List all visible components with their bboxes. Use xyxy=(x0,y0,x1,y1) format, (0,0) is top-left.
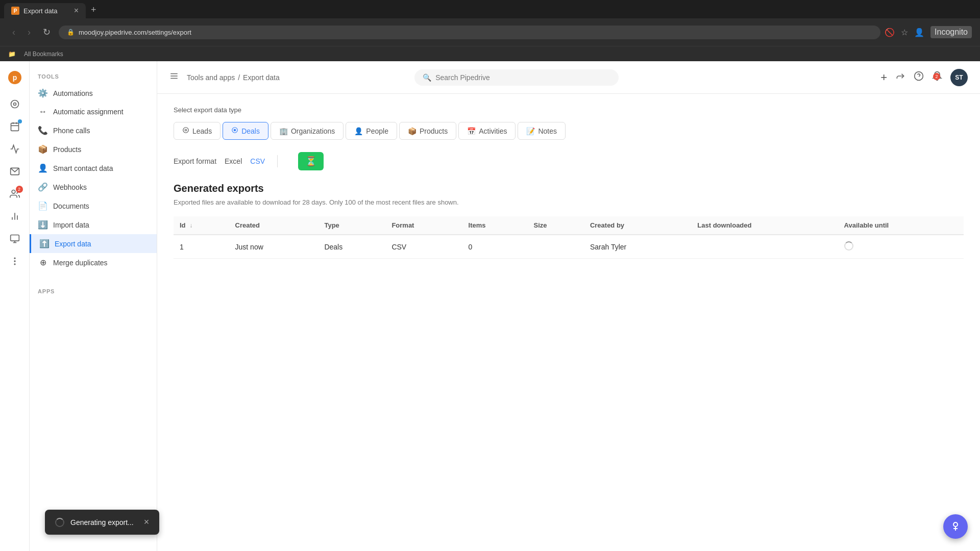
col-header-id[interactable]: Id ↓ xyxy=(174,216,229,235)
breadcrumb-root[interactable]: Tools and apps xyxy=(187,73,235,82)
eye-off-icon[interactable]: 🚫 xyxy=(885,28,895,37)
activities-tab-icon: 📅 xyxy=(467,127,476,135)
bookmarks-folder-icon: 📁 xyxy=(8,51,16,58)
svg-point-28 xyxy=(953,522,958,527)
nav-contacts-icon[interactable]: 2 xyxy=(5,184,25,204)
sidebar-item-smart-contact-label: Smart contact data xyxy=(53,164,113,172)
active-tab[interactable]: P Export data × xyxy=(4,3,86,18)
notes-tab-label: Notes xyxy=(538,127,557,135)
export-tab-leads[interactable]: Leads xyxy=(174,122,220,140)
export-tab-notes[interactable]: 📝 Notes xyxy=(518,122,566,140)
nav-products-icon[interactable] xyxy=(5,229,25,249)
back-button[interactable]: ‹ xyxy=(8,25,19,40)
sidebar-item-products[interactable]: 📦 Products xyxy=(30,140,157,159)
automatic-assignment-icon: ↔️ xyxy=(38,107,48,116)
sidebar-item-merge-duplicates[interactable]: ⊕ Merge duplicates xyxy=(30,253,157,272)
sidebar-item-export-data[interactable]: ⬆️ Export data xyxy=(30,234,157,253)
sidebar-item-webhooks[interactable]: 🔗 Webhooks xyxy=(30,178,157,196)
pipedrive-logo[interactable]: p xyxy=(5,67,25,88)
people-tab-icon: 👤 xyxy=(354,127,363,135)
cell-available-until xyxy=(838,235,964,259)
export-tab-organizations[interactable]: 🏢 Organizations xyxy=(271,122,344,140)
svg-point-25 xyxy=(185,129,187,131)
tab-favicon: P xyxy=(11,7,19,15)
export-tab-people[interactable]: 👤 People xyxy=(346,122,397,140)
sidebar-item-smart-contact[interactable]: 👤 Smart contact data xyxy=(30,159,157,178)
svg-point-16 xyxy=(14,258,15,259)
share-icon[interactable] xyxy=(895,71,905,84)
table-body: 1 Just now Deals CSV 0 Sarah Tyler xyxy=(174,235,964,259)
star-icon[interactable]: ☆ xyxy=(901,28,908,37)
nav-reports-icon[interactable] xyxy=(5,206,25,227)
smart-contact-icon: 👤 xyxy=(38,163,48,173)
svg-point-24 xyxy=(183,128,189,133)
nav-mail-icon[interactable] xyxy=(5,161,25,182)
phone-icon: 📞 xyxy=(38,126,48,135)
table-header: Id ↓ Created Type Format Items Size Crea… xyxy=(174,216,964,235)
generated-exports-heading: Generated exports xyxy=(174,183,964,194)
exports-table: Id ↓ Created Type Format Items Size Crea… xyxy=(174,216,964,259)
col-header-created: Created xyxy=(229,216,318,235)
nav-leads-icon[interactable] xyxy=(5,139,25,159)
format-label: Export format xyxy=(174,157,216,165)
col-header-created-by: Created by xyxy=(584,216,691,235)
sidebar-item-phone-calls[interactable]: 📞 Phone calls xyxy=(30,121,157,140)
export-tab-activities[interactable]: 📅 Activities xyxy=(458,122,516,140)
support-fab-button[interactable] xyxy=(943,514,968,539)
organizations-tab-icon: 🏢 xyxy=(279,127,288,135)
export-tab-deals[interactable]: Deals xyxy=(223,122,268,140)
nav-more-icon[interactable] xyxy=(5,251,25,271)
notification-bell-icon[interactable]: 2 xyxy=(932,71,942,84)
generating-export-toast: Generating export... × xyxy=(45,510,159,535)
export-icon: ⬆️ xyxy=(39,239,50,248)
automations-icon: ⚙️ xyxy=(38,88,48,98)
contacts-badge: 2 xyxy=(16,186,23,193)
sidebar-item-export-data-label: Export data xyxy=(55,240,91,248)
new-tab-button[interactable]: + xyxy=(86,2,102,18)
user-avatar[interactable]: ST xyxy=(950,69,968,86)
help-icon[interactable] xyxy=(914,71,924,84)
col-header-format: Format xyxy=(385,216,462,235)
sidebar-item-automatic-assignment-label: Automatic assignment xyxy=(53,108,124,116)
bookmarks-bar: 📁 All Bookmarks xyxy=(0,46,980,61)
sidebar-item-automatic-assignment[interactable]: ↔️ Automatic assignment xyxy=(30,103,157,121)
cell-size xyxy=(528,235,584,259)
sidebar-item-import-data[interactable]: ⬇️ Import data xyxy=(30,215,157,234)
nav-deals-icon[interactable] xyxy=(5,94,25,114)
loading-spinner xyxy=(844,241,853,251)
search-bar[interactable]: 🔍 xyxy=(414,69,619,86)
bookmarks-label[interactable]: All Bookmarks xyxy=(24,51,63,58)
products-icon: 📦 xyxy=(38,144,48,154)
search-input[interactable] xyxy=(435,73,610,82)
leads-tab-label: Leads xyxy=(192,127,212,135)
tab-title: Export data xyxy=(23,7,58,15)
organizations-tab-label: Organizations xyxy=(291,127,335,135)
menu-toggle-button[interactable] xyxy=(169,71,179,83)
export-button[interactable]: ⏳ xyxy=(298,152,324,170)
col-header-items: Items xyxy=(462,216,528,235)
icon-bar: p 2 xyxy=(0,61,30,551)
nav-activities-icon[interactable] xyxy=(5,116,25,137)
refresh-button[interactable]: ↻ xyxy=(39,24,55,40)
products-tab-icon: 📦 xyxy=(408,127,416,135)
tab-close-button[interactable]: × xyxy=(74,6,79,15)
content-area: Select export data type Leads Deals 🏢 xyxy=(157,94,980,551)
top-header: Tools and apps / Export data 🔍 + 2 xyxy=(157,61,980,94)
generated-exports-desc: Exported files are available to download… xyxy=(174,198,964,206)
forward-button[interactable]: › xyxy=(23,25,35,40)
incognito-badge: Incognito xyxy=(930,26,972,38)
sidebar-item-automations[interactable]: ⚙️ Automations xyxy=(30,84,157,103)
toast-close-button[interactable]: × xyxy=(144,517,150,528)
sidebar-item-documents[interactable]: 📄 Documents xyxy=(30,196,157,215)
export-format-row: Export format Excel CSV ⏳ xyxy=(174,152,964,170)
svg-point-9 xyxy=(12,190,15,194)
format-excel-option[interactable]: Excel xyxy=(225,157,242,165)
add-button[interactable]: + xyxy=(880,71,887,84)
col-header-type: Type xyxy=(318,216,385,235)
format-csv-option[interactable]: CSV xyxy=(250,157,265,165)
sort-icon: ↓ xyxy=(189,222,192,229)
export-tab-products[interactable]: 📦 Products xyxy=(399,122,456,140)
profile-icon[interactable]: 👤 xyxy=(914,28,924,37)
address-bar[interactable]: 🔒 moodjoy.pipedrive.com/settings/export xyxy=(59,26,880,39)
apps-section-title: APPS xyxy=(30,284,157,298)
